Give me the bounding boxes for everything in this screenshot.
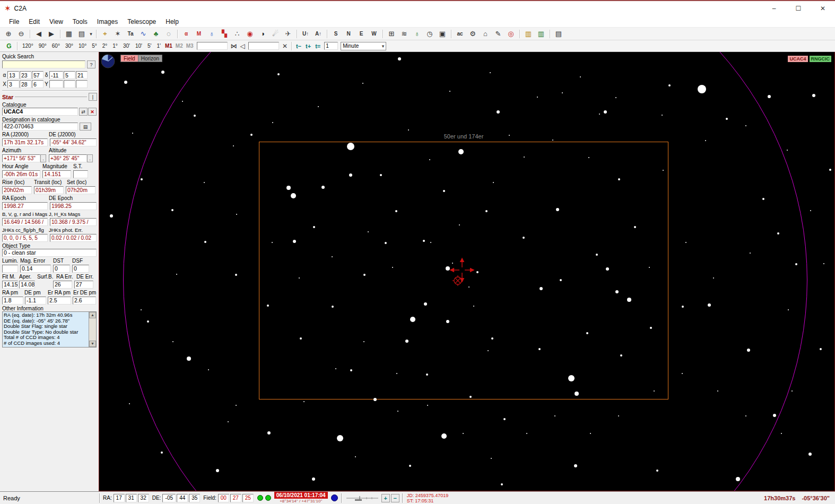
- star[interactable]: [574, 464, 577, 467]
- center-object-icon[interactable]: ⌖: [99, 29, 111, 39]
- star[interactable]: [476, 271, 479, 273]
- star[interactable]: [788, 309, 789, 310]
- star[interactable]: [250, 134, 253, 136]
- earth-map-icon[interactable]: ♁: [206, 29, 218, 39]
- time-step-input[interactable]: [324, 42, 338, 50]
- star[interactable]: [781, 433, 782, 434]
- star[interactable]: [552, 140, 553, 141]
- star[interactable]: [787, 150, 788, 151]
- star[interactable]: [228, 421, 229, 422]
- star[interactable]: [750, 253, 751, 254]
- star[interactable]: [446, 320, 449, 323]
- print-object-button[interactable]: ▤: [80, 123, 91, 131]
- orientation-compass-icon[interactable]: [101, 54, 115, 68]
- status-led-green-1[interactable]: [257, 495, 263, 501]
- status-de-d-input[interactable]: [162, 494, 176, 502]
- fov-button-2deg[interactable]: 2°: [100, 42, 110, 50]
- constellation-lines-icon[interactable]: ∿: [137, 29, 149, 39]
- fov-button-120deg[interactable]: 120°: [20, 42, 36, 50]
- star[interactable]: [300, 337, 302, 340]
- ra-hours-input[interactable]: [7, 71, 19, 79]
- star[interactable]: [236, 214, 237, 215]
- star[interactable]: [187, 357, 191, 361]
- star[interactable]: [286, 186, 291, 190]
- star[interactable]: [604, 110, 607, 114]
- greek-labels-icon[interactable]: α: [180, 29, 192, 39]
- star[interactable]: [423, 240, 425, 242]
- star[interactable]: [491, 337, 493, 340]
- star[interactable]: [596, 254, 598, 256]
- clock-icon[interactable]: ◷: [424, 29, 436, 39]
- star[interactable]: [332, 306, 334, 308]
- south-direction-icon[interactable]: S: [330, 29, 342, 39]
- fov-button-5deg[interactable]: 5°: [90, 42, 99, 50]
- star[interactable]: [267, 305, 269, 307]
- capture-view-icon[interactable]: ▤: [76, 29, 88, 39]
- star[interactable]: [385, 242, 387, 244]
- star[interactable]: [129, 403, 130, 404]
- find-object-icon[interactable]: ✶: [112, 29, 124, 39]
- star[interactable]: [355, 456, 356, 457]
- zoom-in-icon[interactable]: ⊕: [3, 29, 14, 39]
- zoom-out-icon[interactable]: ⊖: [15, 29, 27, 39]
- star[interactable]: [349, 173, 352, 177]
- horizon-landscape-icon[interactable]: ♣: [150, 29, 162, 39]
- status-led-green-2[interactable]: [265, 495, 271, 501]
- ra-minutes-input[interactable]: [20, 71, 31, 79]
- star[interactable]: [303, 401, 305, 402]
- star[interactable]: [540, 287, 543, 290]
- marker3-button[interactable]: M3: [186, 43, 194, 49]
- coordinates-mode-icon[interactable]: ac: [454, 29, 466, 39]
- star[interactable]: [810, 210, 811, 211]
- time-step-unit-select[interactable]: Minute ▾: [341, 42, 386, 50]
- star[interactable]: [473, 306, 474, 307]
- menu-telescope[interactable]: Telescope: [123, 18, 161, 25]
- star[interactable]: [441, 433, 447, 439]
- star[interactable]: [443, 190, 445, 192]
- azimuth-more-button[interactable]: .: [40, 154, 46, 162]
- star[interactable]: [424, 302, 427, 306]
- star[interactable]: [662, 115, 663, 116]
- altitude-chart-icon[interactable]: ≋: [398, 29, 410, 39]
- star[interactable]: [526, 433, 527, 434]
- star[interactable]: [568, 375, 575, 381]
- star[interactable]: [350, 369, 352, 371]
- pencil-edit-icon[interactable]: ✎: [492, 29, 504, 39]
- altitude-more-button[interactable]: .: [87, 154, 93, 162]
- star[interactable]: [318, 106, 319, 107]
- clear-field-icon[interactable]: ✕: [282, 42, 288, 50]
- grid-toggle-icon[interactable]: ▦: [63, 29, 75, 39]
- comet-display-icon[interactable]: ☄: [269, 29, 281, 39]
- fov-button-60deg[interactable]: 60°: [50, 42, 62, 50]
- star[interactable]: [427, 405, 428, 406]
- y1-input[interactable]: [49, 80, 63, 88]
- star[interactable]: [762, 198, 764, 200]
- status-field-s-input[interactable]: [242, 494, 254, 502]
- star[interactable]: [208, 369, 209, 370]
- satellite-display-icon[interactable]: ✈: [282, 29, 294, 39]
- star[interactable]: [299, 277, 300, 279]
- star[interactable]: [713, 277, 714, 279]
- star[interactable]: [267, 431, 271, 435]
- time-minus-button[interactable]: t−: [296, 43, 301, 49]
- menu-view[interactable]: View: [45, 18, 68, 25]
- de-degrees-input[interactable]: [49, 71, 63, 79]
- star[interactable]: [493, 182, 494, 183]
- star[interactable]: [745, 415, 746, 416]
- position-angle-input[interactable]: [248, 42, 279, 50]
- star[interactable]: [194, 115, 196, 117]
- star[interactable]: [395, 210, 397, 212]
- uranus-up-icon[interactable]: U↑: [300, 29, 311, 39]
- star[interactable]: [524, 157, 525, 158]
- star[interactable]: [233, 145, 234, 146]
- status-ra-h-input[interactable]: [114, 494, 125, 502]
- de-seconds-input[interactable]: [76, 71, 88, 79]
- star[interactable]: [409, 465, 411, 467]
- star[interactable]: [537, 97, 538, 98]
- catalogue-clear-button[interactable]: ✕: [88, 108, 97, 116]
- star[interactable]: [373, 398, 377, 401]
- star[interactable]: [509, 135, 510, 136]
- star[interactable]: [321, 186, 325, 189]
- flip-horizontal-icon[interactable]: ⋈: [231, 42, 237, 50]
- quick-search-input[interactable]: [2, 60, 85, 68]
